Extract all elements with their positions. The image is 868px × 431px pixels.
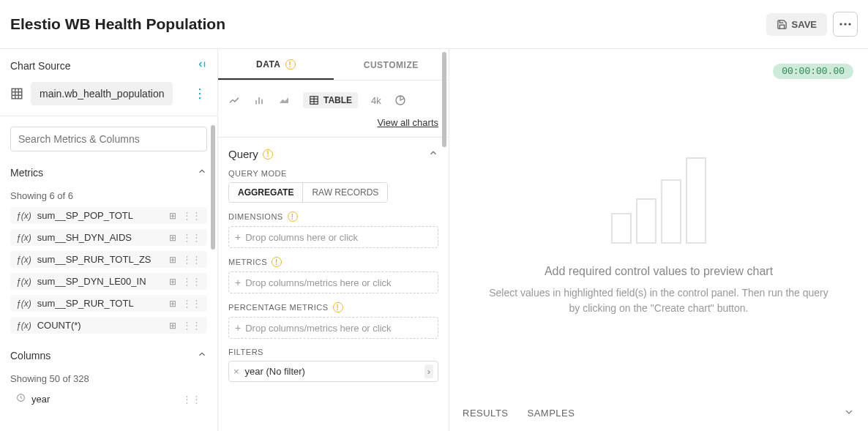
- metrics-dropzone[interactable]: +Drop columns/metrics here or click: [228, 271, 438, 293]
- dataset-menu-icon[interactable]: ⋯: [192, 87, 209, 101]
- dataset-grid-icon: [10, 87, 23, 100]
- page-title: Elestio WB Health Population: [10, 15, 225, 33]
- drag-handle-icon[interactable]: ⋮⋮: [182, 254, 201, 265]
- main-layout: Chart Source main.wb_health_population ⋯…: [0, 49, 868, 431]
- svg-point-1: [844, 23, 846, 25]
- chevron-down-icon[interactable]: [843, 406, 855, 420]
- column-item[interactable]: year ⋮⋮: [10, 390, 207, 408]
- svg-point-0: [839, 23, 842, 25]
- chevron-up-icon: [428, 148, 438, 160]
- drag-handle-icon[interactable]: ⋮⋮: [182, 232, 201, 243]
- metric-item[interactable]: ƒ(x)sum__SP_RUR_TOTL_ZS⊞⋮⋮: [10, 251, 207, 268]
- line-chart-icon[interactable]: [228, 94, 240, 106]
- raw-records-toggle[interactable]: RAW RECORDS: [302, 183, 387, 202]
- fx-icon: ƒ(x): [16, 233, 31, 243]
- dataset-name-chip[interactable]: main.wb_health_population: [31, 82, 173, 105]
- panel-tabs: DATA ! CUSTOMIZE: [218, 49, 449, 80]
- empty-bars-icon: [607, 145, 710, 247]
- dimensions-dropzone[interactable]: +Drop columns here or click: [228, 226, 438, 248]
- columns-label: Columns: [10, 350, 50, 361]
- results-tab[interactable]: RESULTS: [463, 408, 509, 419]
- table-chart-button[interactable]: TABLE: [303, 92, 358, 108]
- drag-handle-icon[interactable]: ⋮⋮: [182, 394, 201, 405]
- more-actions-button[interactable]: [833, 12, 858, 37]
- filters-label: FILTERS: [228, 348, 438, 356]
- metrics-field-label: METRICS!: [228, 257, 438, 267]
- scrollbar[interactable]: [440, 49, 449, 431]
- svg-rect-18: [612, 214, 631, 243]
- pie-chart-icon[interactable]: [394, 94, 406, 106]
- plus-icon: +: [235, 322, 241, 334]
- query-mode-toggle: AGGREGATE RAW RECORDS: [228, 182, 388, 203]
- view-all-link[interactable]: View all charts: [377, 117, 438, 128]
- tab-customize[interactable]: CUSTOMIZE: [334, 49, 449, 80]
- svg-rect-4: [12, 89, 22, 99]
- collapse-sidebar-icon[interactable]: [197, 59, 207, 72]
- metrics-label: Metrics: [10, 167, 43, 179]
- warning-icon: !: [288, 211, 298, 222]
- columns-section-header[interactable]: Columns: [0, 345, 217, 366]
- source-row: main.wb_health_population ⋯: [0, 82, 217, 116]
- preview-empty-state: Add required control values to preview c…: [463, 62, 855, 399]
- control-panel: DATA ! CUSTOMIZE TABLE 4k View all chart…: [218, 49, 449, 431]
- warning-icon: !: [263, 149, 273, 160]
- metric-item[interactable]: ƒ(x)sum__SP_DYN_LE00_IN⊞⋮⋮: [10, 273, 207, 290]
- dimensions-label: DIMENSIONS!: [228, 211, 438, 222]
- metric-item[interactable]: ƒ(x)sum__SP_RUR_TOTL⊞⋮⋮: [10, 295, 207, 312]
- chevron-up-icon: [197, 166, 207, 179]
- svg-rect-21: [686, 158, 706, 243]
- chevron-right-icon[interactable]: ›: [424, 364, 433, 378]
- info-icon: ⊞: [169, 233, 176, 243]
- bar-chart-icon[interactable]: [253, 94, 265, 106]
- pct-metrics-label: PERCENTAGE METRICS!: [228, 302, 438, 312]
- scrollbar-thumb[interactable]: [442, 52, 446, 147]
- columns-count: Showing 50 of 328: [0, 366, 217, 390]
- query-mode-label: QUERY MODE: [228, 169, 438, 178]
- drag-handle-icon[interactable]: ⋮⋮: [182, 210, 201, 221]
- query-timer: 00:00:00.00: [773, 64, 853, 79]
- tab-data[interactable]: DATA !: [218, 49, 334, 80]
- svg-rect-19: [637, 199, 656, 243]
- scrollbar-thumb[interactable]: [211, 125, 215, 250]
- metric-item[interactable]: ƒ(x)COUNT(*)⊞⋮⋮: [10, 317, 207, 334]
- filter-chip[interactable]: × year (No filter) ›: [228, 361, 438, 382]
- sidebar-header: Chart Source: [0, 49, 217, 82]
- fx-icon: ƒ(x): [16, 321, 31, 331]
- info-icon: ⊞: [169, 211, 176, 221]
- drag-handle-icon[interactable]: ⋮⋮: [182, 276, 201, 287]
- info-icon: ⊞: [169, 255, 176, 265]
- info-icon: ⊞: [169, 321, 176, 331]
- clock-icon: [16, 393, 26, 405]
- metric-item[interactable]: ƒ(x)sum__SP_POP_TOTL⊞⋮⋮: [10, 207, 207, 224]
- drag-handle-icon[interactable]: ⋮⋮: [182, 320, 201, 331]
- metrics-section-header[interactable]: Metrics: [0, 162, 217, 183]
- column-name: year: [31, 394, 50, 405]
- viz-type-row: TABLE 4k: [218, 80, 449, 113]
- plus-icon: +: [235, 231, 241, 243]
- warning-icon: !: [333, 302, 343, 312]
- chart-preview: 00:00:00.00 Add required control values …: [449, 49, 868, 431]
- info-icon: ⊞: [169, 277, 176, 287]
- pct-metrics-dropzone[interactable]: +Drop columns/metrics here or click: [228, 317, 438, 339]
- header-actions: SAVE: [766, 12, 858, 37]
- remove-filter-icon[interactable]: ×: [233, 366, 239, 377]
- save-button[interactable]: SAVE: [766, 13, 827, 36]
- search-input[interactable]: [10, 127, 207, 151]
- save-icon: [777, 19, 787, 30]
- results-bar: RESULTS SAMPLES: [463, 399, 855, 420]
- chart-source-label: Chart Source: [10, 60, 70, 72]
- table-icon: [309, 95, 319, 105]
- metric-item[interactable]: ƒ(x)sum__SH_DYN_AIDS⊞⋮⋮: [10, 229, 207, 246]
- big-number-icon[interactable]: 4k: [371, 95, 381, 106]
- fx-icon: ƒ(x): [16, 299, 31, 309]
- query-title: Query!: [228, 148, 273, 160]
- query-header[interactable]: Query!: [228, 148, 438, 160]
- aggregate-toggle[interactable]: AGGREGATE: [229, 183, 302, 202]
- drag-handle-icon[interactable]: ⋮⋮: [182, 298, 201, 309]
- preview-title: Add required control values to preview c…: [545, 265, 773, 278]
- page-header: Elestio WB Health Population SAVE: [0, 0, 868, 49]
- area-chart-icon[interactable]: [278, 94, 290, 106]
- samples-tab[interactable]: SAMPLES: [528, 408, 575, 419]
- preview-subtitle: Select values in highlighted field(s) in…: [487, 285, 831, 316]
- search-wrap: [0, 116, 217, 162]
